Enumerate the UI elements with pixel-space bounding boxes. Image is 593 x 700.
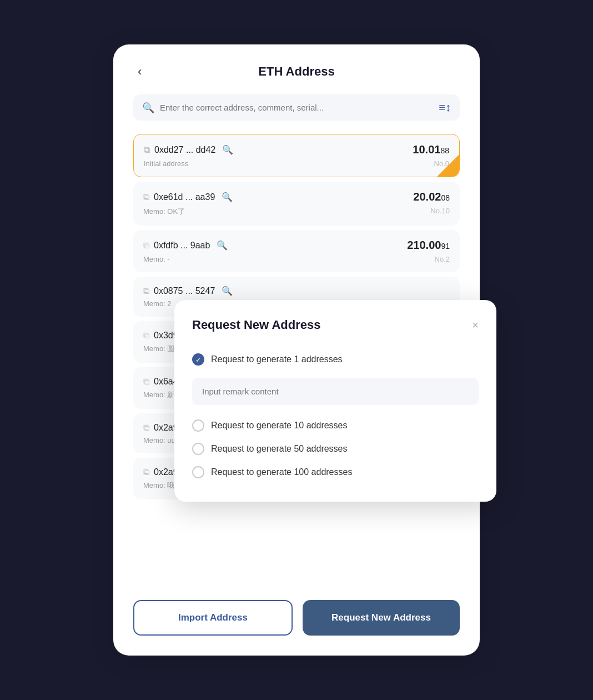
radio-option[interactable]: ✓ Request to generate 1 addresses bbox=[192, 348, 479, 371]
close-dialog-button[interactable]: × bbox=[472, 319, 479, 332]
address-amount: 210.0091 bbox=[407, 239, 450, 252]
no-text: No.10 bbox=[430, 207, 450, 217]
checkmark-icon: ✓ bbox=[195, 356, 202, 364]
radio-label: Request to generate 1 addresses bbox=[211, 354, 343, 364]
radio-label: Request to generate 50 addresses bbox=[211, 444, 348, 454]
search-input[interactable] bbox=[160, 103, 433, 112]
copy-icon[interactable]: ⧉ bbox=[143, 286, 149, 296]
no-text: No.2 bbox=[435, 255, 450, 263]
radio-circle: ✓ bbox=[192, 353, 204, 366]
bottom-buttons: Import Address Request New Address bbox=[133, 600, 460, 636]
import-address-button[interactable]: Import Address bbox=[133, 600, 293, 636]
copy-icon[interactable]: ⧉ bbox=[143, 241, 149, 251]
radio-label: Request to generate 100 addresses bbox=[211, 467, 352, 477]
address-item[interactable]: ⧉ 0xdd27 ... dd42 🔍 10.0188 Initial addr… bbox=[133, 134, 460, 177]
copy-icon[interactable]: ⧉ bbox=[143, 377, 149, 387]
copy-icon[interactable]: ⧉ bbox=[143, 331, 149, 341]
active-triangle bbox=[437, 154, 459, 177]
copy-icon[interactable]: ⧉ bbox=[143, 423, 149, 433]
radio-option[interactable]: Request to generate 50 addresses bbox=[192, 437, 479, 461]
radio-label: Request to generate 10 addresses bbox=[211, 421, 348, 431]
memo-text: Memo: 新1 bbox=[143, 390, 179, 400]
copy-icon[interactable]: ⧉ bbox=[143, 467, 149, 477]
main-card: ‹ ETH Address 🔍 ≡↕ ⧉ 0xdd27 ... dd42 🔍 1… bbox=[113, 44, 480, 656]
address-item[interactable]: ⧉ 0xe61d ... aa39 🔍 20.0208 Memo: OK了 No… bbox=[133, 182, 460, 226]
address-item[interactable]: ⧉ 0xfdfb ... 9aab 🔍 210.0091 Memo: - No.… bbox=[133, 230, 460, 272]
memo-text: Memo: OK了 bbox=[143, 207, 185, 217]
memo-text: Memo: 2 bbox=[143, 299, 172, 308]
radio-circle bbox=[192, 419, 204, 432]
search-address-icon[interactable]: 🔍 bbox=[222, 144, 233, 155]
memo-text: Initial address bbox=[144, 159, 188, 168]
radio-option[interactable]: Request to generate 10 addresses bbox=[192, 414, 479, 437]
search-bar: 🔍 ≡↕ bbox=[133, 94, 460, 121]
radio-circle bbox=[192, 466, 204, 478]
address-text: 0xfdfb ... 9aab bbox=[154, 241, 210, 251]
back-button[interactable]: ‹ bbox=[133, 62, 146, 81]
remark-input[interactable] bbox=[192, 378, 479, 405]
memo-text: Memo: uu bbox=[143, 436, 175, 444]
search-address-icon[interactable]: 🔍 bbox=[217, 240, 228, 251]
page-title: ETH Address bbox=[258, 64, 334, 79]
search-icon: 🔍 bbox=[142, 102, 154, 114]
address-text: 0xe61d ... aa39 bbox=[154, 192, 215, 202]
copy-icon[interactable]: ⧉ bbox=[143, 192, 149, 202]
radio-option[interactable]: Request to generate 100 addresses bbox=[192, 461, 479, 484]
dialog-header: Request New Address × bbox=[192, 318, 479, 332]
dialog-title: Request New Address bbox=[192, 318, 320, 332]
radio-circle bbox=[192, 443, 204, 455]
address-text: 0x0875 ... 5247 bbox=[154, 286, 215, 296]
request-new-address-button[interactable]: Request New Address bbox=[303, 600, 460, 636]
filter-icon[interactable]: ≡↕ bbox=[439, 101, 451, 114]
header: ‹ ETH Address bbox=[133, 64, 460, 79]
request-address-dialog: Request New Address × ✓ Request to gener… bbox=[174, 300, 496, 502]
dialog-options: ✓ Request to generate 1 addresses Reques… bbox=[192, 348, 479, 484]
address-amount: 20.0208 bbox=[413, 191, 450, 203]
search-address-icon[interactable]: 🔍 bbox=[222, 286, 233, 296]
memo-text: Memo: - bbox=[143, 255, 170, 263]
address-text: 0xdd27 ... dd42 bbox=[154, 145, 215, 155]
search-address-icon[interactable]: 🔍 bbox=[222, 192, 233, 202]
copy-icon[interactable]: ⧉ bbox=[144, 145, 150, 155]
